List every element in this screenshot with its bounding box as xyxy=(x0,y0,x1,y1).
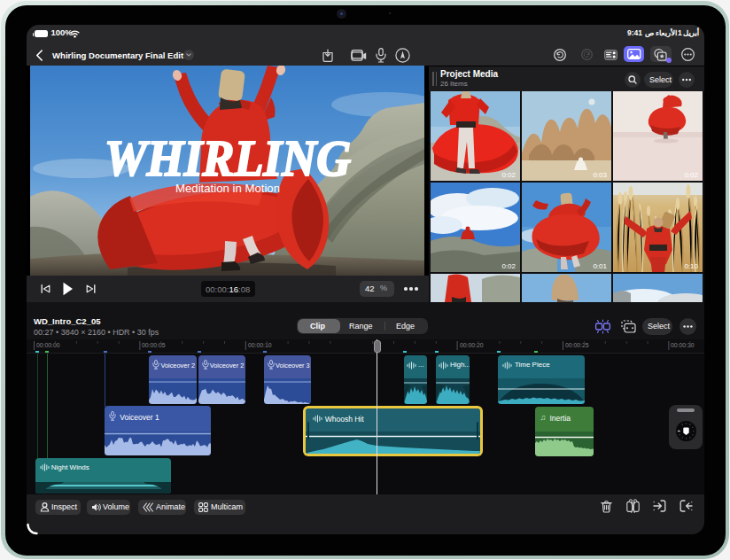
svg-text:00:00:25: 00:00:25 xyxy=(565,342,589,348)
svg-text:00:00:10: 00:00:10 xyxy=(248,342,272,348)
svg-text:WHIRLING: WHIRLING xyxy=(105,130,351,186)
svg-text:0:01: 0:01 xyxy=(593,262,607,270)
svg-text:0:02: 0:02 xyxy=(501,262,516,270)
svg-text:00:00:05: 00:00:05 xyxy=(142,342,166,348)
svg-text:00:00:20: 00:00:20 xyxy=(460,342,484,348)
svg-text:Meditation in Motion: Meditation in Motion xyxy=(175,182,280,195)
svg-text:0:02: 0:02 xyxy=(501,171,516,179)
svg-text:0:10: 0:10 xyxy=(684,262,698,270)
svg-text:0:03: 0:03 xyxy=(593,171,607,179)
svg-text:00:00:00: 00:00:00 xyxy=(36,342,60,348)
svg-text:0:02: 0:02 xyxy=(684,171,698,179)
svg-text:00:00:30: 00:00:30 xyxy=(671,342,695,348)
